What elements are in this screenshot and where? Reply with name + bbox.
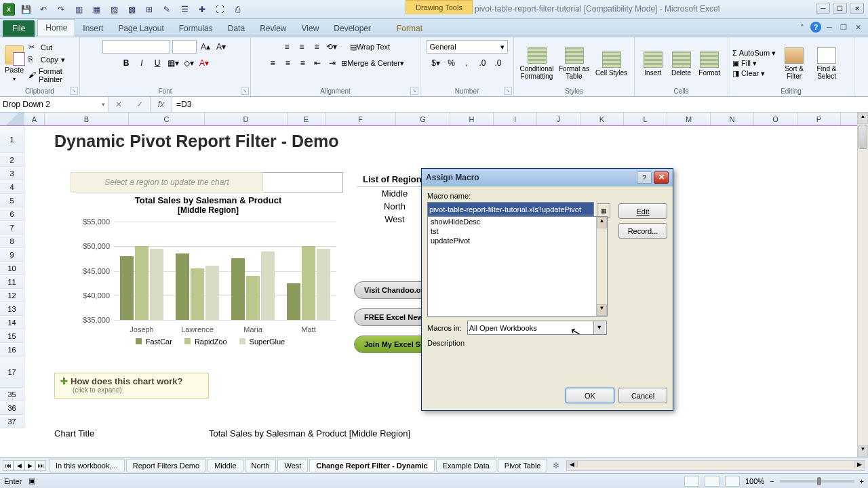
page-break-view-button[interactable] <box>725 476 740 487</box>
qat-icon[interactable]: ✎ <box>160 3 174 16</box>
qat-icon[interactable]: ⛶ <box>213 3 226 16</box>
col-header-B[interactable]: B <box>45 113 129 125</box>
row-header-9[interactable]: 9 <box>0 248 24 262</box>
save-icon[interactable]: 💾 <box>19 3 33 16</box>
tab-insert[interactable]: Insert <box>75 20 111 37</box>
dialog-help-button[interactable]: ? <box>637 171 652 184</box>
percent-icon[interactable]: % <box>445 56 458 70</box>
conditional-formatting-button[interactable]: Conditional Formatting <box>518 45 555 81</box>
row-header-2[interactable]: 2 <box>0 153 24 167</box>
maximize-button[interactable]: ☐ <box>833 3 847 14</box>
row-header-10[interactable]: 10 <box>0 262 24 275</box>
row-header-37[interactable]: 37 <box>0 415 24 428</box>
tab-file[interactable]: File <box>3 20 35 37</box>
align-middle-icon[interactable]: ≡ <box>295 40 309 54</box>
vertical-scrollbar[interactable] <box>857 113 868 457</box>
fill-button[interactable]: ▣Fill▾ <box>732 59 776 68</box>
col-header-E[interactable]: E <box>288 113 326 125</box>
fx-icon[interactable]: fx <box>151 97 172 112</box>
row-header-35[interactable]: 35 <box>0 388 24 401</box>
font-name-dropdown[interactable] <box>102 40 170 54</box>
row-header-14[interactable]: 14 <box>0 316 24 329</box>
row-header-6[interactable]: 6 <box>0 207 24 221</box>
normal-view-button[interactable] <box>684 476 699 487</box>
tab-home[interactable]: Home <box>37 19 75 37</box>
font-color-button[interactable]: A▾ <box>197 56 211 70</box>
underline-button[interactable]: U <box>151 56 164 70</box>
col-header-H[interactable]: H <box>450 113 494 125</box>
qat-icon[interactable]: ▩ <box>125 3 138 16</box>
wrap-text-button[interactable]: ▤ Wrap Text <box>349 40 391 54</box>
orientation-icon[interactable]: ⟲▾ <box>325 40 338 54</box>
align-left-icon[interactable]: ≡ <box>266 56 279 70</box>
align-top-icon[interactable]: ≡ <box>280 40 294 54</box>
tab-formulas[interactable]: Formulas <box>172 20 220 37</box>
col-header-M[interactable]: M <box>667 113 711 125</box>
close-button[interactable]: ✕ <box>850 3 864 14</box>
qat-icon[interactable]: ✚ <box>195 3 209 16</box>
format-painter-button[interactable]: 🖌Format Painter <box>27 66 75 84</box>
autosum-button[interactable]: ΣAutoSum▾ <box>732 49 776 58</box>
col-header-C[interactable]: C <box>129 113 205 125</box>
tab-format[interactable]: Format <box>389 20 430 37</box>
col-header-I[interactable]: I <box>494 113 537 125</box>
increase-font-icon[interactable]: A▴ <box>199 40 212 54</box>
cancel-button[interactable]: Cancel <box>618 388 667 403</box>
undo-icon[interactable]: ↶ <box>37 3 50 16</box>
cell-styles-button[interactable]: Cell Styles <box>593 49 630 78</box>
format-as-table-button[interactable]: Format as Table <box>555 45 593 81</box>
excel-icon[interactable]: X <box>3 3 15 16</box>
sheet-nav-last[interactable]: ⏭ <box>35 460 46 471</box>
copy-button[interactable]: ⎘Copy▾ <box>27 54 75 65</box>
redo-icon[interactable]: ↷ <box>54 3 68 16</box>
sheet-tab[interactable]: Change Report Filter - Dynamic <box>309 459 434 472</box>
row-header-4[interactable]: 4 <box>0 180 24 194</box>
paste-button[interactable]: Paste▾ <box>4 44 24 82</box>
dialog-titlebar[interactable]: Assign Macro ? ✕ <box>422 169 673 186</box>
new-sheet-button[interactable]: ✻ <box>549 461 564 470</box>
workbook-restore-icon[interactable]: ❐ <box>837 22 850 33</box>
decrease-font-icon[interactable]: A▾ <box>214 40 228 54</box>
decrease-decimal-icon[interactable]: .0 <box>492 56 505 70</box>
row-header-15[interactable]: 15 <box>0 329 24 343</box>
decrease-indent-icon[interactable]: ⇤ <box>311 56 324 70</box>
clipboard-launcher[interactable]: ↘ <box>70 87 78 95</box>
merge-center-button[interactable]: ⊞ Merge & Center▾ <box>340 56 405 70</box>
row-header-16[interactable]: 16 <box>0 343 24 357</box>
col-header-A[interactable]: A <box>24 113 45 125</box>
workbook-close-icon[interactable]: ✕ <box>852 22 864 33</box>
qat-icon[interactable]: ▨ <box>107 3 121 16</box>
cut-button[interactable]: ✂Cut <box>27 42 75 53</box>
sheet-nav-next[interactable]: ▶ <box>24 460 35 471</box>
col-header-F[interactable]: F <box>326 113 396 125</box>
align-right-icon[interactable]: ≡ <box>296 56 309 70</box>
page-layout-view-button[interactable] <box>705 476 719 487</box>
row-header-7[interactable]: 7 <box>0 221 24 235</box>
accounting-icon[interactable]: $▾ <box>429 56 443 70</box>
horizontal-scrollbar[interactable] <box>566 460 865 471</box>
qat-icon[interactable]: ⎙ <box>231 3 244 16</box>
col-header-D[interactable]: D <box>205 113 288 125</box>
row-header-1[interactable]: 1 <box>0 126 24 153</box>
qat-icon[interactable]: ▦ <box>90 3 103 16</box>
zoom-in-button[interactable]: + <box>860 477 864 485</box>
tab-developer[interactable]: Developer <box>326 20 378 37</box>
row-header-36[interactable]: 36 <box>0 401 24 415</box>
ok-button[interactable]: OK <box>566 388 614 403</box>
col-header-O[interactable]: O <box>754 113 797 125</box>
sheet-tab[interactable]: Pivot Table <box>498 459 548 472</box>
macro-list[interactable]: showHideDesc tst updatePivot <box>427 216 608 317</box>
italic-button[interactable]: I <box>135 56 149 70</box>
cancel-formula-icon[interactable]: ✕ <box>115 100 122 109</box>
minimize-ribbon-icon[interactable]: ˄ <box>796 22 808 33</box>
increase-indent-icon[interactable]: ⇥ <box>326 56 339 70</box>
col-header-L[interactable]: L <box>624 113 667 125</box>
region-dropdown[interactable] <box>263 172 343 192</box>
align-bottom-icon[interactable]: ≡ <box>310 40 323 54</box>
zoom-slider[interactable] <box>780 480 854 483</box>
range-picker-icon[interactable]: ▦ <box>597 203 610 218</box>
number-format-dropdown[interactable]: General▾ <box>427 40 508 54</box>
font-size-dropdown[interactable] <box>172 40 197 54</box>
row-header-17[interactable]: 17 <box>0 357 24 388</box>
font-launcher[interactable]: ↘ <box>241 87 249 95</box>
